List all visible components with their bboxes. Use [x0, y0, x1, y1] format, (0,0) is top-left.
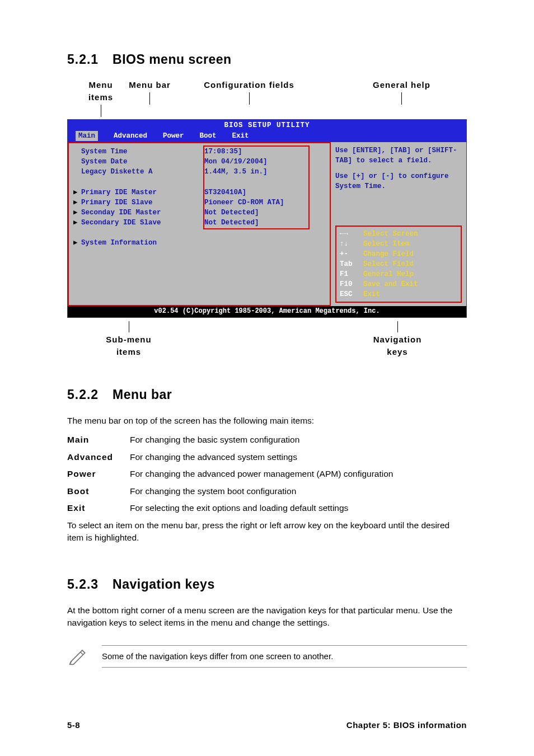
label-navigation-keys: Navigation keys — [373, 335, 422, 356]
bios-left-panel: System Time17:08:35]System DateMon 04/19… — [68, 142, 331, 306]
bios-item-value — [204, 177, 325, 187]
navkey-label: Select Field — [363, 259, 414, 269]
heading-522: 5.2.2 Menu bar — [67, 386, 467, 404]
bios-title: BIOS SETUP UTILITY — [68, 120, 466, 131]
bios-item-label: Primary IDE Master — [81, 189, 157, 196]
def-desc: For changing the system boot configurati… — [130, 485, 467, 497]
submenu-arrow-icon: ▶ — [73, 187, 81, 198]
bios-menu-item[interactable]: ▶Seconday IDE MasterNot Detected] — [73, 208, 325, 218]
bios-item-value: 1.44M, 3.5 in.] — [204, 167, 325, 177]
navkey-key: Tab — [340, 259, 363, 269]
section-number: 5.2.1 — [67, 50, 99, 69]
bios-item-label: System Information — [81, 239, 157, 247]
menubar-para: To select an item on the menu bar, press… — [67, 519, 467, 544]
bios-help-line1: Use [ENTER], [TAB] or [SHIFT-TAB] to sel… — [335, 145, 462, 166]
label-menu-items: Menu items — [88, 80, 113, 102]
section-number: 5.2.3 — [67, 575, 99, 594]
submenu-arrow-icon: ▶ — [73, 198, 81, 208]
bios-menu-item[interactable]: System DateMon 04/19/2004] — [73, 157, 325, 167]
def-term: Exit — [67, 502, 130, 514]
bios-footer: v02.54 (C)Copyright 1985-2003, American … — [68, 306, 466, 317]
bios-item-label: Secondary IDE Slave — [81, 219, 161, 227]
bios-item-value: Not Detected] — [204, 208, 325, 218]
label-menu-bar: Menu bar — [129, 80, 171, 90]
bios-tab-boot[interactable]: Boot — [200, 131, 217, 141]
bios-menu-item[interactable]: System Time17:08:35] — [73, 147, 325, 157]
navkey-label: Save and Exit — [363, 279, 418, 289]
menubar-def-row: PowerFor changing the advanced power man… — [67, 468, 467, 480]
navkey-row: +-Change Field — [340, 249, 457, 259]
navkey-row: ↑↓Select Item — [340, 239, 457, 249]
navkey-row: F1General Help — [340, 269, 457, 279]
bios-screenshot: BIOS SETUP UTILITY Main Advanced Power B… — [67, 119, 467, 318]
submenu-arrow-icon: ▶ — [73, 218, 81, 228]
section-title: Navigation keys — [113, 577, 215, 591]
navkey-row: TabSelect Field — [340, 259, 457, 269]
label-submenu-items: Sub-menu items — [106, 335, 151, 356]
bios-menu-item — [73, 177, 325, 187]
navkey-row: ←→Select Screen — [340, 229, 457, 239]
label-general-help: General help — [373, 80, 430, 90]
bios-right-panel: Use [ENTER], [TAB] or [SHIFT-TAB] to sel… — [331, 142, 466, 306]
def-desc: For changing the advanced system setting… — [130, 451, 467, 463]
bios-menu-item[interactable]: Legacy Diskette A1.44M, 3.5 in.] — [73, 167, 325, 177]
menubar-def-row: ExitFor selecting the exit options and l… — [67, 502, 467, 514]
menubar-def-row: MainFor changing the basic system config… — [67, 434, 467, 446]
navkey-key: +- — [340, 249, 363, 259]
section-title: Menu bar — [113, 387, 172, 402]
diagram-bottom-labels: Sub-menu items Navigation keys — [67, 321, 467, 358]
bios-item-value: 17:08:35] — [204, 147, 325, 157]
menubar-def-row: BootFor changing the system boot configu… — [67, 485, 467, 497]
heading-521: 5.2.1 BIOS menu screen — [67, 50, 467, 69]
bios-help-line2: Use [+] or [-] to configure System Time. — [335, 171, 462, 191]
bios-navkeys-box: ←→Select Screen↑↓Select Item+-Change Fie… — [335, 226, 462, 303]
navkey-label: General Help — [363, 269, 414, 279]
def-term: Advanced — [67, 451, 130, 463]
bios-tab-main[interactable]: Main — [76, 131, 98, 141]
submenu-arrow-icon: ▶ — [73, 208, 81, 218]
bios-item-label: System Time — [81, 148, 128, 156]
menubar-def-row: AdvancedFor changing the advanced system… — [67, 451, 467, 463]
navkey-key: ←→ — [340, 229, 363, 239]
bios-item-value — [204, 228, 325, 238]
navkey-key: F1 — [340, 269, 363, 279]
bios-menu-item — [73, 228, 325, 238]
def-desc: For changing the basic system configurat… — [130, 434, 467, 446]
bios-item-label: System Date — [81, 158, 128, 166]
def-term: Main — [67, 434, 130, 446]
bios-menu-item[interactable]: ▶Secondary IDE SlaveNot Detected] — [73, 218, 325, 228]
bios-item-label: Primary IDE Slave — [81, 199, 153, 206]
bios-menu-item[interactable]: ▶Primary IDE SlavePioneer CD-ROM ATA] — [73, 198, 325, 208]
def-term: Boot — [67, 485, 130, 497]
navkey-key: ↑↓ — [340, 239, 363, 249]
navkey-label: Exit — [363, 289, 380, 299]
bios-tab-advanced[interactable]: Advanced — [114, 131, 147, 141]
navkey-label: Select Screen — [363, 229, 418, 239]
bios-item-value: Pioneer CD-ROM ATA] — [204, 198, 325, 208]
bios-menu-item[interactable]: ▶Primary IDE MasterST320410A] — [73, 187, 325, 198]
section-number: 5.2.2 — [67, 386, 99, 404]
navkey-label: Select Item — [363, 239, 410, 249]
navkey-key: F10 — [340, 279, 363, 289]
bios-item-value: ST320410A] — [204, 187, 325, 198]
bios-item-value: Not Detected] — [204, 218, 325, 228]
diagram-top-labels: Menu items Menu bar Configuration fields… — [78, 79, 467, 117]
heading-523: 5.2.3 Navigation keys — [67, 575, 467, 594]
bios-item-label: Legacy Diskette A — [81, 168, 153, 176]
bios-tab-exit[interactable]: Exit — [232, 131, 249, 141]
def-term: Power — [67, 468, 130, 480]
submenu-arrow-icon: ▶ — [73, 238, 81, 248]
bios-menubar: Main Advanced Power Boot Exit — [68, 131, 466, 142]
navkey-key: ESC — [340, 289, 363, 299]
bios-menu-item[interactable]: ▶System Information — [73, 238, 325, 248]
navkeys-para: At the bottom right corner of a menu scr… — [67, 604, 467, 630]
bios-item-label: Seconday IDE Master — [81, 209, 161, 217]
bios-item-value: Mon 04/19/2004] — [204, 157, 325, 167]
label-config-fields: Configuration fields — [204, 80, 294, 90]
bios-tab-power[interactable]: Power — [163, 131, 184, 141]
def-desc: For selecting the exit options and loadi… — [130, 502, 467, 514]
section-title: BIOS menu screen — [113, 52, 232, 67]
page-footer: 5-8 Chapter 5: BIOS information — [67, 719, 467, 731]
note-block: Some of the navigation keys differ from … — [67, 644, 467, 669]
navkey-row: F10Save and Exit — [340, 279, 457, 289]
